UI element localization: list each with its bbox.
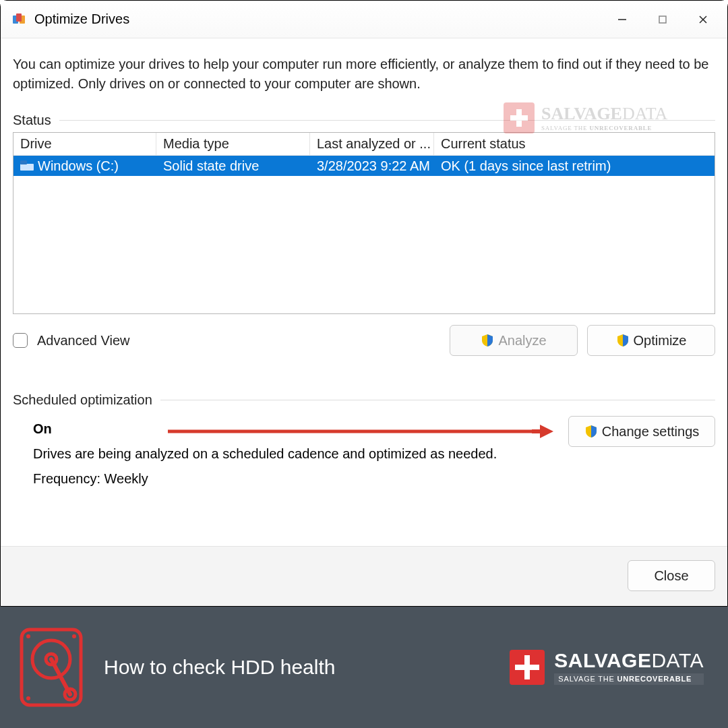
banner-caption: How to check HDD health — [104, 656, 491, 679]
plus-icon — [510, 650, 545, 685]
scheduled-description: Drives are being analyzed on a scheduled… — [33, 446, 711, 462]
svg-rect-25 — [515, 665, 539, 670]
tagline-pre: SALVAGE THE — [558, 675, 617, 683]
hdd-icon — [18, 627, 85, 708]
drives-list-header: Drive Media type Last analyzed or ... Cu… — [13, 133, 715, 156]
status-label: Status — [13, 113, 51, 128]
status-actions-row: Advanced View Analyze Optimize — [13, 325, 715, 356]
minimize-button[interactable] — [602, 1, 642, 38]
annotation-arrow — [168, 429, 545, 433]
brand-logo: SALVAGEDATA SALVAGE THE UNRECOVERABLE — [510, 650, 710, 685]
svg-marker-16 — [540, 425, 553, 438]
optimize-button[interactable]: Optimize — [587, 325, 715, 356]
shield-icon — [481, 334, 494, 347]
optimize-drives-window: Optimize Drives SALVAGEDATA SALVAGE THE … — [0, 0, 728, 607]
annotation-arrowhead — [540, 425, 553, 438]
advanced-view-label: Advanced View — [37, 333, 130, 348]
scheduled-section: Scheduled optimization On C — [13, 392, 715, 487]
footer: Close — [1, 546, 727, 606]
svg-point-22 — [72, 634, 76, 638]
tutorial-banner: How to check HDD health SALVAGEDATA SALV… — [0, 607, 728, 728]
svg-rect-4 — [659, 16, 666, 23]
close-button[interactable] — [683, 1, 723, 38]
cell-drive-text: Windows (C:) — [38, 158, 119, 174]
window-title: Optimize Drives — [34, 11, 602, 27]
advanced-view-checkbox[interactable] — [13, 333, 28, 348]
svg-rect-2 — [16, 13, 22, 22]
drive-row[interactable]: Windows (C:) Solid state drive 3/28/2023… — [13, 156, 715, 176]
cell-media-type: Solid state drive — [156, 158, 310, 174]
cell-last-analyzed: 3/28/2023 9:22 AM — [310, 158, 434, 174]
divider — [160, 400, 715, 400]
analyze-button[interactable]: Analyze — [450, 325, 578, 356]
analyze-label: Analyze — [498, 333, 546, 348]
col-drive[interactable]: Drive — [13, 133, 156, 155]
shield-icon — [616, 334, 630, 347]
close-footer-button[interactable]: Close — [628, 560, 715, 591]
col-last-analyzed[interactable]: Last analyzed or ... — [310, 133, 434, 155]
svg-point-21 — [26, 634, 30, 638]
col-media-type[interactable]: Media type — [156, 133, 310, 155]
status-section-header: Status — [13, 113, 715, 128]
shield-icon — [584, 425, 598, 438]
drives-list[interactable]: Drive Media type Last analyzed or ... Cu… — [13, 132, 715, 314]
scheduled-label: Scheduled optimization — [13, 392, 152, 408]
cell-current-status: OK (1 days since last retrim) — [434, 158, 715, 174]
description-text: You can optimize your drives to help you… — [13, 55, 715, 94]
divider — [59, 120, 715, 121]
drive-icon — [20, 160, 34, 171]
brand-text: SALVAGEDATA SALVAGE THE UNRECOVERABLE — [554, 650, 704, 685]
titlebar: Optimize Drives — [1, 1, 727, 38]
svg-point-23 — [26, 696, 30, 700]
content-area: SALVAGEDATA SALVAGE THE UNRECOVERABLE Yo… — [1, 38, 727, 546]
col-current-status[interactable]: Current status — [434, 133, 715, 155]
change-settings-button[interactable]: Change settings — [568, 416, 715, 447]
scheduled-body: On Change settings Drives are — [13, 412, 715, 487]
svg-rect-13 — [20, 160, 27, 164]
change-settings-label: Change settings — [602, 424, 700, 439]
svg-rect-12 — [20, 164, 34, 171]
optimize-label: Optimize — [634, 333, 687, 348]
scheduled-section-header: Scheduled optimization — [13, 392, 715, 408]
maximize-button[interactable] — [642, 1, 683, 38]
brand-light: DATA — [651, 649, 704, 671]
close-label: Close — [654, 568, 688, 584]
scheduled-frequency: Frequency: Weekly — [33, 471, 711, 487]
app-icon — [11, 11, 28, 28]
tagline-bold: UNRECOVERABLE — [617, 675, 692, 683]
cell-drive: Windows (C:) — [13, 158, 156, 174]
brand-bold: SALVAGE — [554, 649, 651, 671]
